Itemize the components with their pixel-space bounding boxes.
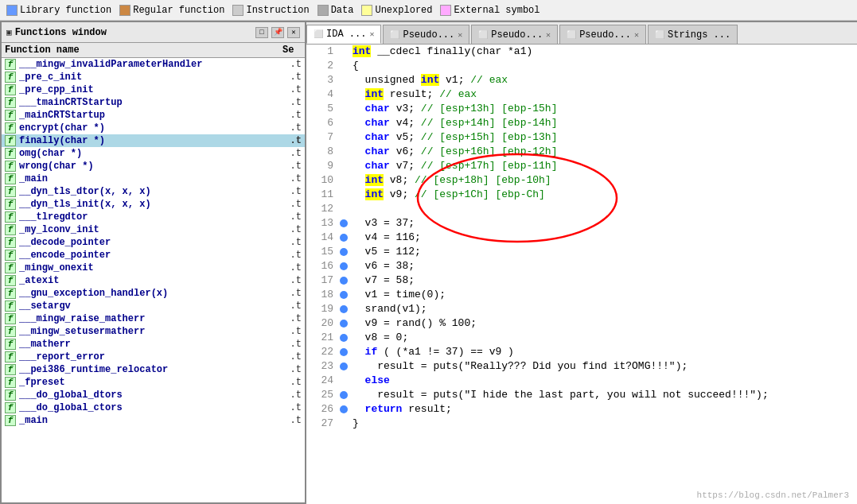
function-list-item[interactable]: f _pre_cpp_init .t [2, 83, 305, 96]
function-name: ___tlregdtor [19, 211, 282, 223]
function-name: __gnu_exception_handler(x) [19, 288, 282, 299]
function-list-item[interactable]: f __decode_pointer .t [2, 236, 305, 249]
code-line: 19 srand(v1); [306, 302, 857, 316]
functions-panel: ▣ Functions window □ 📌 ✕ Function name S… [0, 21, 306, 504]
function-name: __mingw_setusermatherr [19, 326, 282, 337]
function-list-item[interactable]: f __dyn_tls_init(x, x, x) .t [2, 198, 305, 211]
function-list-item[interactable]: f __setargv .t [2, 300, 305, 312]
code-content: return result; [353, 402, 452, 417]
function-segment: .t [286, 313, 302, 324]
code-line: 4 int result; // eax [306, 87, 857, 102]
code-line: 22 if ( (*a1 != 37) == v9 ) [306, 345, 857, 359]
function-list-item[interactable]: f __pei386_runtime_relocator .t [2, 363, 305, 376]
functions-list[interactable]: f ___mingw_invalidParameterHandler .t f … [2, 58, 305, 502]
function-list-item[interactable]: f ___tlregdtor .t [2, 211, 305, 223]
code-area[interactable]: 1int __cdecl finally(char *a1)2{3 unsign… [306, 45, 857, 431]
function-segment: .t [286, 97, 302, 108]
code-line: 23 result = puts("Really??? Did you find… [306, 359, 857, 374]
function-list-item[interactable]: f _my_lconv_init .t [2, 223, 305, 236]
function-icon: f [5, 173, 16, 184]
tab-2[interactable]: ⬜ Pseudo... ✕ [471, 25, 558, 44]
code-content: char v6; // [esp+16h] [ebp-12h] [353, 145, 557, 159]
legend-instruction: Instruction [232, 5, 309, 16]
tab-label: Strings ... [668, 29, 730, 41]
function-name: _atexit [19, 275, 282, 286]
function-list-item[interactable]: f __mingw_setusermatherr .t [2, 325, 305, 338]
tab-1[interactable]: ⬜ Pseudo... ✕ [383, 25, 469, 44]
function-list-item[interactable]: f omg(char *) .t [2, 147, 305, 160]
breakpoint-dot [340, 334, 348, 342]
function-icon: f [5, 326, 16, 337]
function-list-item[interactable]: f wrong(char *) .t [2, 160, 305, 173]
function-segment: .t [286, 339, 302, 350]
tab-close-icon[interactable]: ✕ [458, 30, 462, 40]
code-line: 11 int v9; // [esp+1Ch] [ebp-Ch] [306, 188, 857, 202]
function-name: _pre_c_init [19, 72, 282, 83]
function-segment: .t [286, 135, 302, 146]
function-list-item[interactable]: f encrypt(char *) .t [2, 122, 305, 134]
function-name: _my_lconv_init [19, 224, 282, 235]
line-number: 17 [310, 273, 333, 288]
function-list-item[interactable]: f _pre_c_init .t [2, 71, 305, 83]
function-name: _fpreset [19, 377, 282, 388]
line-number: 13 [310, 216, 333, 231]
function-list-item[interactable]: f _mingw_onexit .t [2, 262, 305, 274]
function-list-item[interactable]: f __matherr .t [2, 338, 305, 351]
line-number: 16 [310, 259, 333, 273]
line-number: 25 [310, 388, 333, 402]
function-list-item[interactable]: f ___do_global_ctors .t [2, 401, 305, 414]
function-list-item[interactable]: f ___mingw_invalidParameterHandler .t [2, 58, 305, 71]
function-icon: f [5, 275, 16, 286]
breakpoint-dot [340, 405, 348, 413]
code-line: 8 char v6; // [esp+16h] [ebp-12h] [306, 145, 857, 159]
function-segment: .t [286, 173, 302, 184]
function-list-item[interactable]: f _main .t [2, 414, 305, 427]
function-list-item[interactable]: f _fpreset .t [2, 376, 305, 389]
line-number: 21 [310, 331, 333, 345]
function-list-item[interactable]: f ___do_global_dtors .t [2, 389, 305, 401]
code-line: 21 v8 = 0; [306, 331, 857, 345]
function-list-item[interactable]: f finally(char *) .t [2, 134, 305, 147]
tab-close-icon[interactable]: ✕ [369, 29, 374, 39]
line-number: 19 [310, 302, 333, 316]
restore-button[interactable]: □ [255, 27, 268, 38]
function-icon: f [5, 237, 16, 248]
function-list-item[interactable]: f _main .t [2, 173, 305, 185]
function-list-item[interactable]: f __dyn_tls_dtor(x, x, x) .t [2, 185, 305, 198]
function-list-item[interactable]: f __encode_pointer .t [2, 249, 305, 262]
tab-close-icon[interactable]: ✕ [546, 30, 551, 40]
code-content: int result; // eax [353, 87, 477, 102]
function-list-item[interactable]: f ___mingw_raise_matherr .t [2, 312, 305, 325]
function-name: _mingw_onexit [19, 262, 282, 273]
function-segment: .t [286, 148, 302, 159]
function-segment: .t [286, 110, 302, 121]
function-list-item[interactable]: f ___tmainCRTStartup .t [2, 96, 305, 109]
function-icon: f [5, 224, 16, 235]
tab-0[interactable]: ⬜ IDA ... ✕ [306, 25, 381, 44]
function-name: __matherr [19, 339, 282, 350]
breakpoint-dot [340, 262, 348, 270]
line-number: 3 [310, 73, 333, 87]
function-icon: f [5, 72, 16, 83]
line-number: 18 [310, 288, 333, 302]
code-line: 25 result = puts("I hide the last part, … [306, 388, 857, 402]
tab-close-icon[interactable]: ✕ [634, 30, 639, 40]
legend-unexplored: Unexplored [361, 5, 432, 16]
pin-button[interactable]: 📌 [271, 27, 284, 38]
function-segment: .t [286, 364, 302, 375]
tab-3[interactable]: ⬜ Pseudo... ✕ [559, 25, 646, 44]
function-list-item[interactable]: f ___report_error .t [2, 351, 305, 363]
code-content: v7 = 58; [353, 273, 415, 288]
tab-label: IDA ... [326, 29, 366, 40]
function-list-item[interactable]: f _mainCRTStartup .t [2, 109, 305, 122]
function-list-item[interactable]: f _atexit .t [2, 274, 305, 287]
function-list-item[interactable]: f __gnu_exception_handler(x) .t [2, 287, 305, 300]
breakpoint-dot [340, 291, 348, 299]
breakpoint-dot [340, 348, 348, 356]
watermark: https://blog.csdn.net/Palmer3 [697, 490, 849, 500]
function-icon: f [5, 402, 16, 413]
tab-4[interactable]: ⬜ Strings ... [648, 25, 738, 44]
function-segment: .t [286, 199, 302, 210]
close-button[interactable]: ✕ [287, 27, 300, 38]
function-icon: f [5, 148, 16, 159]
